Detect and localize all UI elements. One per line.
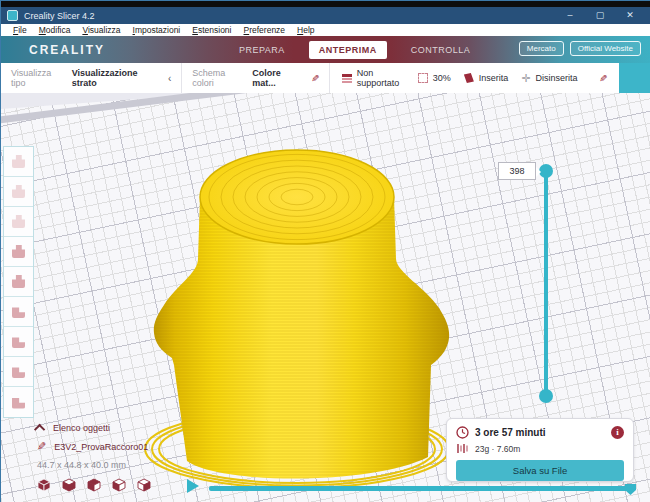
save-to-file-button[interactable]: Salva su File bbox=[456, 460, 624, 481]
view-type-section: Visualizza tipo Visualizzazione strato ‹ bbox=[1, 63, 182, 93]
print-summary-card: 3 ore 57 minuti i 23g · 7.60m Salva su F… bbox=[446, 418, 634, 482]
menu-file[interactable]: File bbox=[7, 25, 33, 35]
legend: Non supportato 30% Inserita ✛ Disinserit… bbox=[330, 68, 619, 88]
close-button[interactable]: ✕ bbox=[615, 8, 645, 23]
simulation-slider-track[interactable] bbox=[209, 486, 633, 491]
play-button[interactable] bbox=[187, 479, 199, 493]
layer-slider-track[interactable] bbox=[544, 171, 548, 396]
tab-preview[interactable]: ANTEPRIMA bbox=[309, 41, 387, 59]
print-time: 3 ore 57 minuti bbox=[475, 427, 546, 438]
marketplace-button[interactable]: Mercato bbox=[519, 41, 564, 56]
menu-preferences[interactable]: Preferenze bbox=[238, 25, 292, 35]
menu-edit[interactable]: Modifica bbox=[33, 25, 77, 35]
view-left-icon[interactable] bbox=[112, 478, 126, 492]
tool-icon bbox=[12, 185, 25, 198]
maximize-button[interactable]: ▢ bbox=[585, 8, 615, 23]
view-right-icon[interactable] bbox=[137, 478, 151, 492]
rename-pencil-icon[interactable]: ✎ bbox=[37, 440, 46, 453]
app-window: Creality Slicer 4.2 – ▢ ✕ File Modifica … bbox=[0, 0, 650, 502]
view-type-dropdown[interactable]: Visualizzazione strato bbox=[72, 68, 159, 88]
layer-slider-top-handle[interactable] bbox=[539, 164, 553, 178]
menu-help[interactable]: Help bbox=[291, 25, 320, 35]
tool-icon bbox=[12, 275, 25, 288]
retraction-icon bbox=[464, 73, 474, 83]
color-scheme-dropdown[interactable]: Colore mat... bbox=[252, 68, 303, 88]
collapse-chevron-icon[interactable]: ‹ bbox=[168, 73, 171, 84]
edit-pencil-icon[interactable]: ✎ bbox=[311, 73, 319, 84]
tool-icon bbox=[12, 365, 25, 378]
unretraction-icon: ✛ bbox=[521, 72, 530, 85]
menubar: File Modifica Visualizza Impostazioni Es… bbox=[1, 24, 650, 36]
tool-button-9[interactable] bbox=[4, 387, 33, 417]
menu-settings[interactable]: Impostazioni bbox=[127, 25, 187, 35]
filament-icon bbox=[456, 443, 469, 454]
app-icon bbox=[7, 10, 18, 21]
tool-icon bbox=[12, 215, 25, 228]
color-scheme-label: Schema colori bbox=[192, 68, 245, 88]
color-scheme-section: Schema colori Colore mat... ✎ bbox=[182, 63, 330, 93]
infill-icon bbox=[418, 73, 428, 83]
layer-value-bubble: 398 bbox=[498, 162, 536, 180]
tool-button-8[interactable] bbox=[4, 357, 33, 387]
view-type-label: Visualizza tipo bbox=[11, 68, 65, 88]
titlebar: Creality Slicer 4.2 – ▢ ✕ bbox=[1, 7, 650, 24]
tool-button-2[interactable] bbox=[4, 177, 33, 207]
object-dimensions: 44.7 x 44.8 x 40.0 mm bbox=[37, 460, 151, 470]
minimize-button[interactable]: – bbox=[555, 8, 585, 23]
tab-monitor[interactable]: CONTROLLA bbox=[401, 41, 481, 59]
tab-prepare[interactable]: PREPARA bbox=[229, 41, 295, 59]
legend-retraction-in: Inserita bbox=[464, 73, 509, 83]
tool-icon bbox=[12, 155, 25, 168]
tool-button-1[interactable] bbox=[4, 147, 33, 177]
legend-retraction-out: ✛ Disinserita bbox=[521, 72, 577, 85]
object-name-row[interactable]: ✎ E3V2_ProvaRaccoro01 bbox=[37, 440, 151, 453]
object-name: E3V2_ProvaRaccoro01 bbox=[54, 442, 148, 452]
object-list-label: Elenco oggetti bbox=[53, 423, 110, 433]
unsupported-icon bbox=[342, 74, 351, 83]
menu-view[interactable]: Visualizza bbox=[76, 25, 126, 35]
view-preset-row bbox=[37, 478, 151, 492]
stage-tabs: PREPARA ANTEPRIMA CONTROLLA bbox=[229, 36, 480, 63]
view-top-icon[interactable] bbox=[87, 478, 101, 492]
view-3d-icon[interactable] bbox=[37, 478, 51, 492]
info-icon[interactable]: i bbox=[611, 426, 624, 439]
clock-icon bbox=[456, 426, 469, 439]
header-bar: CREALITY PREPARA ANTEPRIMA CONTROLLA Mer… bbox=[1, 36, 650, 63]
tool-button-3[interactable] bbox=[4, 207, 33, 237]
tool-button-6[interactable] bbox=[4, 297, 33, 327]
tool-icon bbox=[12, 245, 25, 258]
creality-logo: CREALITY bbox=[29, 43, 105, 57]
tool-icon bbox=[12, 335, 25, 348]
tool-button-7[interactable] bbox=[4, 327, 33, 357]
layer-slider-bottom-handle[interactable] bbox=[539, 389, 553, 403]
tool-icon bbox=[12, 305, 25, 318]
view-front-icon[interactable] bbox=[62, 478, 76, 492]
window-title: Creality Slicer 4.2 bbox=[24, 11, 95, 21]
settings-panel-tab[interactable] bbox=[619, 63, 650, 93]
tool-sidebar bbox=[3, 146, 34, 418]
object-panel: Elenco oggetti ✎ E3V2_ProvaRaccoro01 44.… bbox=[37, 423, 151, 492]
object-list-toggle[interactable]: Elenco oggetti bbox=[37, 423, 151, 433]
viewport-3d[interactable]: 398 Elenco oggetti ✎ E3V2_ProvaRaccoro01… bbox=[1, 93, 650, 502]
view-toolbar: Visualizza tipo Visualizzazione strato ‹… bbox=[1, 63, 619, 93]
model-top-face bbox=[200, 150, 394, 244]
tool-icon bbox=[12, 396, 25, 409]
material-usage: 23g · 7.60m bbox=[475, 444, 520, 454]
menu-extensions[interactable]: Estensioni bbox=[186, 25, 237, 35]
tool-button-4[interactable] bbox=[4, 237, 33, 267]
legend-edit-pencil-icon[interactable]: ✎ bbox=[599, 73, 607, 84]
legend-unsupported: Non supportato bbox=[342, 68, 404, 88]
legend-infill: 30% bbox=[418, 73, 451, 83]
website-button[interactable]: Official Website bbox=[570, 41, 641, 56]
tool-button-5[interactable] bbox=[4, 267, 33, 297]
